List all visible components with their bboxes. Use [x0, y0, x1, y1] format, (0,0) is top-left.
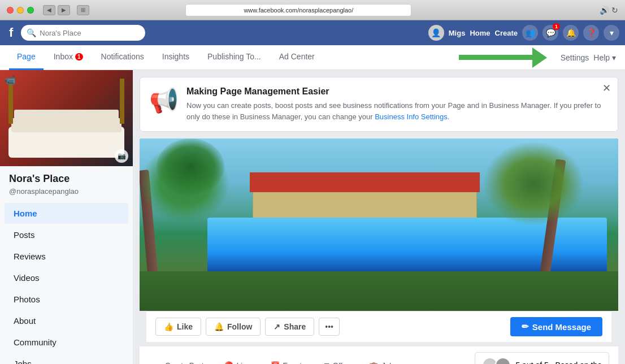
- friends-icon-btn[interactable]: 👥: [522, 25, 538, 41]
- tab-publishing[interactable]: Publishing To...: [199, 45, 269, 70]
- live-button[interactable]: 🔴 Live: [218, 358, 257, 365]
- create-post-button[interactable]: ✏ Create Post: [149, 358, 211, 365]
- nav-right: 👤 Migs Home Create 👥 💬 1 🔔 ❓ ▾: [428, 25, 619, 41]
- url-text: www.facebook.com/norasplacepanglao/: [244, 7, 353, 14]
- search-icon: 🔍: [27, 28, 36, 37]
- search-bar[interactable]: 🔍: [21, 25, 145, 41]
- ratings-panel: 5 out of 5 · Based on the: [475, 352, 609, 364]
- offer-icon: 🏷: [322, 361, 329, 365]
- nav-arrows: ◀ ▶: [43, 5, 70, 15]
- sidebar-item-posts[interactable]: Posts: [5, 224, 128, 245]
- profile-cover: 📹 📷: [0, 70, 133, 166]
- page-name: Nora's Place: [0, 166, 133, 187]
- cover-photo-area: 👍 Like 🔔 Follow ↗ Share ••• ✏ Send Messa…: [140, 138, 618, 342]
- page-tabs: Page Inbox 1 Notifications Insights Publ…: [0, 45, 625, 70]
- avatar: 👤: [428, 25, 444, 41]
- live-icon: 🔴: [224, 361, 233, 365]
- job-button[interactable]: 💼 Job: [362, 358, 400, 365]
- avatar-2: [495, 357, 511, 364]
- palm-fronds-left2: [157, 138, 224, 195]
- live-label: Live: [237, 361, 250, 365]
- event-icon: 📅: [271, 361, 280, 365]
- messages-badge: 1: [553, 23, 560, 30]
- back-button[interactable]: ◀: [43, 5, 55, 15]
- send-message-button[interactable]: ✏ Send Message: [510, 317, 602, 336]
- create-link[interactable]: Create: [495, 29, 518, 37]
- create-post-row: ✏ Create Post 🔴 Live 📅 Event 🏷 Offer 💼 J…: [140, 346, 618, 364]
- share-icon: ↗: [274, 322, 280, 331]
- more-button[interactable]: •••: [319, 318, 340, 336]
- job-icon: 💼: [369, 361, 378, 365]
- bed-post-left: [8, 79, 13, 124]
- tab-notifications[interactable]: Notifications: [93, 45, 152, 70]
- ratings-text: 5 out of 5 · Based on the: [515, 361, 602, 364]
- send-message-icon: ✏: [522, 322, 529, 332]
- address-bar[interactable]: www.facebook.com/norasplacepanglao/: [185, 4, 411, 16]
- notification-banner: 📢 Making Page Management Easier Now you …: [140, 77, 618, 132]
- banner-body: Now you can create posts, boost posts an…: [186, 100, 609, 122]
- speaker-icon[interactable]: 🔊: [600, 6, 609, 15]
- green-arrow-annotation: [459, 47, 547, 68]
- avatar-group: [482, 357, 511, 364]
- help-icon-btn[interactable]: ❓: [583, 25, 599, 41]
- cover-image: [0, 70, 133, 166]
- create-post-label: Create Post: [165, 361, 204, 365]
- sidebar-item-about[interactable]: About: [5, 310, 128, 331]
- event-label: Event: [283, 361, 302, 365]
- minimize-button[interactable]: [17, 7, 24, 14]
- sidebar-item-photos[interactable]: Photos: [5, 289, 128, 310]
- content-area: 📢 Making Page Management Easier Now you …: [133, 70, 625, 364]
- sidebar-item-videos[interactable]: Videos: [5, 267, 128, 288]
- home-link[interactable]: Home: [470, 29, 490, 37]
- notifications-icon-btn[interactable]: 🔔: [563, 25, 579, 41]
- settings-button[interactable]: Settings: [561, 53, 589, 62]
- more-icon-btn[interactable]: ▾: [604, 25, 619, 41]
- sidebar-item-reviews[interactable]: Reviews: [5, 246, 128, 267]
- like-button[interactable]: 👍 Like: [155, 318, 201, 336]
- action-row: 👍 Like 🔔 Follow ↗ Share ••• ✏ Send Messa…: [146, 311, 611, 342]
- sidebar: 📹 📷 Nora's Place @norasplacepanglao Home…: [0, 70, 133, 364]
- tab-insights-label: Insights: [162, 52, 189, 61]
- facebook-nav: f 🔍 👤 Migs Home Create 👥 💬 1 🔔 ❓ ▾: [0, 20, 625, 45]
- share-button[interactable]: ↗ Share: [265, 318, 314, 336]
- tab-notifications-label: Notifications: [101, 52, 144, 61]
- tab-inbox[interactable]: Inbox 1: [46, 45, 91, 70]
- pool-bg: [140, 138, 618, 311]
- cover-photo: [140, 138, 618, 311]
- video-icon[interactable]: 📹: [5, 75, 16, 85]
- banner-link[interactable]: Business Info Settings.: [375, 112, 449, 121]
- bed-pillow: [11, 118, 121, 132]
- offer-button[interactable]: 🏷 Offer: [315, 358, 356, 365]
- title-bar: ◀ ▶ ⊞ www.facebook.com/norasplacepanglao…: [0, 0, 625, 20]
- maximize-button[interactable]: [27, 7, 34, 14]
- tab-adcenter-label: Ad Center: [279, 52, 315, 61]
- banner-close-button[interactable]: ✕: [602, 83, 611, 93]
- messages-icon-btn[interactable]: 💬 1: [542, 25, 558, 41]
- facebook-logo: f: [6, 24, 16, 41]
- event-button[interactable]: 📅 Event: [264, 358, 309, 365]
- tab-adcenter[interactable]: Ad Center: [271, 45, 323, 70]
- close-button[interactable]: [7, 7, 14, 14]
- sidebar-item-community[interactable]: Community: [5, 332, 128, 353]
- sidebar-item-jobs[interactable]: Jobs: [5, 353, 128, 364]
- banner-content: Making Page Management Easier Now you ca…: [186, 86, 609, 122]
- megaphone-icon: 📢: [149, 86, 179, 114]
- arrow-line: [459, 55, 532, 60]
- search-input[interactable]: [40, 29, 140, 37]
- username: Migs: [449, 29, 466, 37]
- create-post-icon: ✏: [155, 361, 162, 365]
- help-button[interactable]: Help ▾: [593, 53, 616, 62]
- toolbar-right: 🔊 ↻: [600, 6, 618, 15]
- sidebar-nav: Home Posts Reviews Videos Photos About C…: [0, 203, 133, 364]
- sidebar-item-home[interactable]: Home: [5, 203, 128, 224]
- camera-icon[interactable]: 📷: [115, 149, 128, 163]
- forward-button[interactable]: ▶: [58, 5, 70, 15]
- tab-page[interactable]: Page: [9, 45, 44, 70]
- offer-label: Offer: [333, 361, 349, 365]
- refresh-icon[interactable]: ↻: [611, 6, 618, 15]
- window-layout-button[interactable]: ⊞: [77, 5, 89, 15]
- palm-fronds-right: [483, 141, 584, 226]
- tab-insights[interactable]: Insights: [154, 45, 197, 70]
- follow-button[interactable]: 🔔 Follow: [206, 318, 261, 336]
- traffic-lights: [7, 7, 34, 14]
